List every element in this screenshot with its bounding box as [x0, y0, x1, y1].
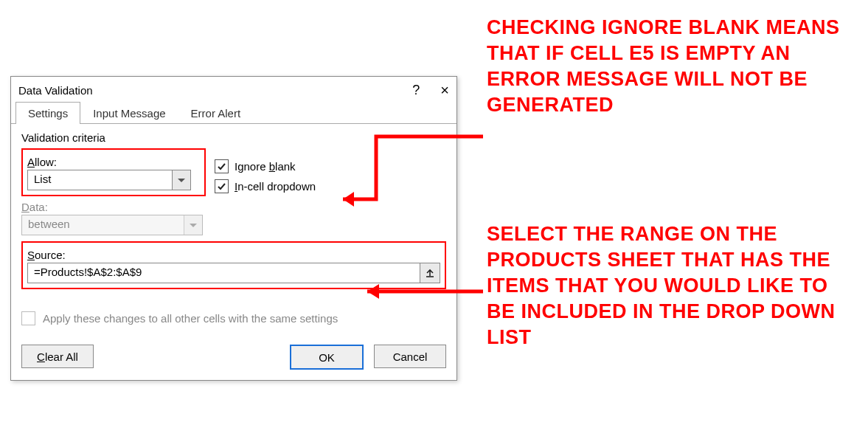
tab-input-message[interactable]: Input Message — [80, 102, 178, 124]
incell-dropdown-checkbox[interactable]: In-cell dropdown — [215, 179, 316, 193]
close-button[interactable]: × — [440, 83, 449, 97]
chevron-down-icon — [178, 179, 185, 182]
checkmark-icon — [217, 162, 226, 171]
allow-label: Allow: — [27, 156, 200, 168]
titlebar: Data Validation ? × — [11, 77, 456, 102]
cancel-button[interactable]: Cancel — [374, 345, 446, 368]
tab-body-settings: Validation criteria Allow: List Ignore b… — [11, 124, 456, 336]
data-dropdown-value: between — [22, 215, 184, 235]
data-dropdown: between — [21, 215, 203, 235]
apply-changes-row: Apply these changes to all other cells w… — [21, 311, 446, 325]
button-bar: Clear All OK Cancel — [11, 336, 456, 380]
section-label-validation-criteria: Validation criteria — [21, 131, 446, 144]
ok-button[interactable]: OK — [290, 345, 364, 370]
titlebar-buttons: ? × — [412, 83, 449, 97]
source-block-highlight: Source: =Products!$A$2:$A$9 — [21, 241, 446, 289]
apply-changes-label: Apply these changes to all other cells w… — [43, 312, 338, 325]
data-dropdown-button — [184, 215, 202, 235]
checkbox-box — [215, 179, 229, 193]
allow-block-highlight: Allow: List — [21, 148, 206, 196]
checkmark-icon — [217, 182, 226, 191]
allow-dropdown[interactable]: List — [27, 170, 191, 190]
allow-dropdown-button[interactable] — [172, 170, 190, 190]
tab-settings[interactable]: Settings — [15, 102, 80, 124]
apply-changes-checkbox — [21, 311, 35, 325]
ignore-blank-checkbox[interactable]: Ignore blank — [215, 159, 316, 173]
help-button[interactable]: ? — [412, 83, 420, 97]
tab-strip: Settings Input Message Error Alert — [11, 102, 456, 124]
source-input[interactable]: =Products!$A$2:$A$9 — [28, 263, 420, 283]
data-validation-dialog: Data Validation ? × Settings Input Messa… — [10, 76, 457, 381]
source-input-row: =Products!$A$2:$A$9 — [27, 263, 440, 283]
checkbox-box — [215, 159, 229, 173]
chevron-down-icon — [190, 224, 197, 227]
dialog-title: Data Validation — [18, 84, 93, 97]
incell-dropdown-label: In-cell dropdown — [235, 180, 316, 193]
range-picker-button[interactable] — [420, 263, 440, 283]
source-label: Source: — [27, 249, 440, 261]
tab-error-alert[interactable]: Error Alert — [178, 102, 254, 124]
clear-all-button[interactable]: Clear All — [21, 345, 94, 368]
callout-source-range: SELECT THE RANGE ON THE PRODUCTS SHEET T… — [487, 221, 855, 350]
collapse-dialog-icon — [425, 268, 435, 278]
ignore-blank-label: Ignore blank — [235, 160, 296, 173]
data-label: Data: — [21, 201, 446, 213]
allow-dropdown-value: List — [28, 170, 172, 190]
callout-ignore-blank: CHECKING IGNORE BLANK MEANS THAT IF CELL… — [487, 15, 855, 118]
